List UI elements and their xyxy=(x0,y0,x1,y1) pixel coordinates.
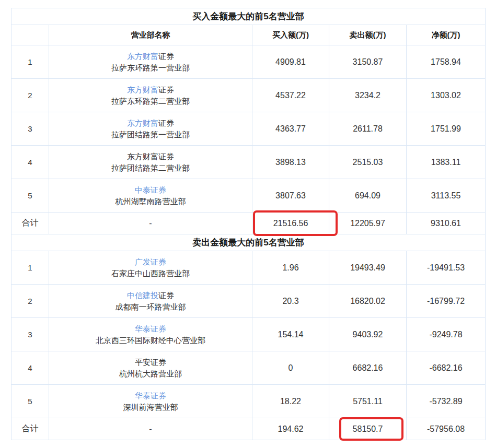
net-cell: -16799.72 xyxy=(407,285,486,318)
table-row: 4 东方财富证券 拉萨团结路第二营业部 3898.13 2515.03 1383… xyxy=(11,146,486,179)
net-cell: 3113.55 xyxy=(407,179,486,213)
total-name-cell: - xyxy=(49,213,252,234)
rank-cell: 4 xyxy=(11,146,49,179)
buy-cell: 0 xyxy=(252,351,329,385)
buy-column-header: 买入额(万) xyxy=(252,25,329,45)
broker-suffix: 证券 xyxy=(158,119,174,127)
sell-cell: 9403.92 xyxy=(329,318,407,351)
section-sell-title: 卖出金额最大的前5名营业部 xyxy=(11,234,486,251)
net-cell: 1383.11 xyxy=(407,146,486,179)
net-cell: 1751.99 xyxy=(407,112,486,146)
broker-link[interactable]: 中信建投 xyxy=(127,291,158,300)
sell-cell: 5751.11 xyxy=(329,385,407,418)
rank-cell: 4 xyxy=(11,351,49,385)
broker-name: 平安证券 xyxy=(135,358,166,367)
sell-cell: 2515.03 xyxy=(329,146,407,179)
table-row: 1 东方财富证券 拉萨东环路第一营业部 4909.81 3150.87 1758… xyxy=(11,45,486,79)
buy-cell: 4537.22 xyxy=(252,79,329,112)
buy-cell: 3807.63 xyxy=(252,179,329,213)
branch-cell: 华泰证券 北京西三环国际财经中心营业部 xyxy=(49,318,252,351)
broker-link[interactable]: 广发证券 xyxy=(135,257,166,266)
column-header-row: 营业部名称 买入额(万) 卖出额(万) 净额(万) xyxy=(11,25,486,45)
broker-link[interactable]: 东方财富 xyxy=(127,119,158,127)
branch-cell: 平安证券 杭州杭大路营业部 xyxy=(49,351,252,385)
net-cell: 1758.94 xyxy=(407,45,486,79)
rank-cell: 3 xyxy=(11,112,49,146)
branch-name: 深圳前海营业部 xyxy=(49,402,252,413)
table-row: 4 平安证券 杭州杭大路营业部 0 6682.16 -6682.16 xyxy=(11,351,486,385)
name-column-header: 营业部名称 xyxy=(49,25,252,45)
net-cell: -19491.53 xyxy=(407,251,486,285)
broker-link[interactable]: 中泰证券 xyxy=(135,185,166,194)
broker-link[interactable]: 华泰证券 xyxy=(135,324,166,333)
net-column-header: 净额(万) xyxy=(407,25,486,45)
branch-name: 成都南一环路营业部 xyxy=(49,301,252,313)
broker-link[interactable]: 东方财富 xyxy=(127,52,158,61)
total-label: 合计 xyxy=(11,418,49,440)
branch-cell: 东方财富证券 拉萨团结路第一营业部 xyxy=(49,112,252,146)
buy-cell: 18.22 xyxy=(252,385,329,418)
rank-cell: 2 xyxy=(11,285,49,318)
total-row: 合计 - 194.62 58150.7 -57956.08 xyxy=(11,418,486,440)
section-title-row: 卖出金额最大的前5名营业部 xyxy=(11,234,486,251)
branch-name: 拉萨东环路第二营业部 xyxy=(49,96,252,107)
total-net-cell: 9310.61 xyxy=(407,213,486,234)
total-net-cell: -57956.08 xyxy=(407,418,486,440)
broker-name: 东方财富证券 xyxy=(127,152,174,161)
buy-cell: 1.96 xyxy=(252,251,329,285)
branch-name: 石家庄中山西路营业部 xyxy=(49,268,252,279)
total-label: 合计 xyxy=(11,213,49,234)
total-name-cell: - xyxy=(49,418,252,440)
table-row: 2 中信建投证券 成都南一环路营业部 20.3 16820.02 -16799.… xyxy=(11,285,486,318)
sell-cell: 3150.87 xyxy=(329,45,407,79)
rank-cell: 2 xyxy=(11,79,49,112)
branch-cell: 广发证券 石家庄中山西路营业部 xyxy=(49,251,252,285)
buy-cell: 20.3 xyxy=(252,285,329,318)
top5-branches-table: 买入金额最大的前5名营业部 营业部名称 买入额(万) 卖出额(万) 净额(万) … xyxy=(11,8,486,440)
branch-cell: 中信建投证券 成都南一环路营业部 xyxy=(49,285,252,318)
branch-cell: 东方财富证券 拉萨东环路第一营业部 xyxy=(49,45,252,79)
buy-cell: 154.14 xyxy=(252,318,329,351)
branch-name: 拉萨团结路第二营业部 xyxy=(49,162,252,174)
total-sell-cell: 12205.97 xyxy=(329,213,407,234)
sell-cell: 2611.78 xyxy=(329,112,407,146)
broker-suffix: 证券 xyxy=(158,85,174,94)
total-row: 合计 - 21516.56 12205.97 9310.61 xyxy=(11,213,486,234)
branch-cell: 中泰证券 杭州湖墅南路营业部 xyxy=(49,179,252,213)
net-cell: 1303.02 xyxy=(407,79,486,112)
sell-cell: 16820.02 xyxy=(329,285,407,318)
broker-suffix: 证券 xyxy=(158,291,174,300)
branch-cell: 东方财富证券 拉萨团结路第二营业部 xyxy=(49,146,252,179)
rank-cell: 5 xyxy=(11,385,49,418)
buy-cell: 4909.81 xyxy=(252,45,329,79)
section-buy-title: 买入金额最大的前5名营业部 xyxy=(11,8,486,25)
branch-name: 杭州杭大路营业部 xyxy=(49,368,252,380)
table-row: 1 广发证券 石家庄中山西路营业部 1.96 19493.49 -19491.5… xyxy=(11,251,486,285)
broker-link[interactable]: 东方财富 xyxy=(127,85,158,94)
rank-cell: 3 xyxy=(11,318,49,351)
table-row: 3 东方财富证券 拉萨团结路第一营业部 4363.77 2611.78 1751… xyxy=(11,112,486,146)
table-row: 2 东方财富证券 拉萨东环路第二营业部 4537.22 3234.2 1303.… xyxy=(11,79,486,112)
table-row: 3 华泰证券 北京西三环国际财经中心营业部 154.14 9403.92 -92… xyxy=(11,318,486,351)
sell-cell: 694.09 xyxy=(329,179,407,213)
sell-column-header: 卖出额(万) xyxy=(329,25,407,45)
branch-cell: 华泰证券 深圳前海营业部 xyxy=(49,385,252,418)
branch-name: 拉萨团结路第一营业部 xyxy=(49,129,252,140)
net-cell: -5732.89 xyxy=(407,385,486,418)
total-buy-cell: 194.62 xyxy=(252,418,329,440)
section-title-row: 买入金额最大的前5名营业部 xyxy=(11,8,486,25)
buy-cell: 3898.13 xyxy=(252,146,329,179)
rank-cell: 5 xyxy=(11,179,49,213)
rank-cell: 1 xyxy=(11,45,49,79)
table-row: 5 中泰证券 杭州湖墅南路营业部 3807.63 694.09 3113.55 xyxy=(11,179,486,213)
rank-cell: 1 xyxy=(11,251,49,285)
sell-cell: 6682.16 xyxy=(329,351,407,385)
table-row: 5 华泰证券 深圳前海营业部 18.22 5751.11 -5732.89 xyxy=(11,385,486,418)
branch-cell: 东方财富证券 拉萨东环路第二营业部 xyxy=(49,79,252,112)
total-buy-cell: 21516.56 xyxy=(252,213,329,234)
broker-link[interactable]: 华泰证券 xyxy=(135,391,166,400)
sell-cell: 19493.49 xyxy=(329,251,407,285)
sell-cell: 3234.2 xyxy=(329,79,407,112)
branch-name: 拉萨东环路第一营业部 xyxy=(49,62,252,74)
branch-name: 北京西三环国际财经中心营业部 xyxy=(49,335,252,346)
